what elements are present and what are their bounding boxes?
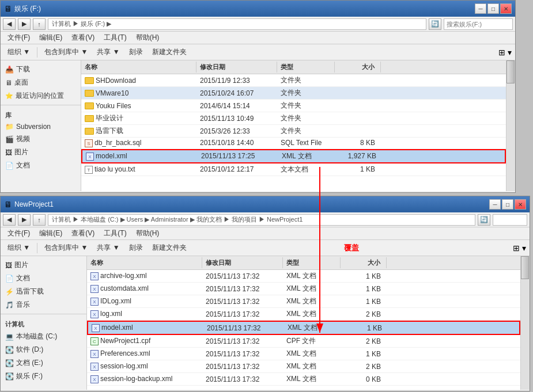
sidebar-item-desktop-1[interactable]: 🖥 桌面 [1,76,81,89]
toolbar-2: 组织 ▼ 包含到库中 ▼ 共享 ▼ 刻录 新建文件夹 覆盖 ⊞ ▾ [1,240,530,256]
table-row[interactable]: Xarchive-log.xml2015/11/13 17:32XML 文档1 … [87,270,520,283]
up-btn-1[interactable]: ↑ [33,18,46,30]
file-type-cell: XML 文档 [283,348,341,359]
file-name-cell: Xsession-log-backup.xml [87,374,202,384]
titlebar-1: 🖥 娱乐 (F:) ─ □ ✕ [1,1,515,17]
up-btn-2[interactable]: ↑ [33,214,46,226]
sidebar-item-download-1[interactable]: 📥 下载 [1,63,81,76]
table-row[interactable]: CNewProject1.cpf2015/11/13 17:32CPF 文件2 … [87,335,520,348]
minimize-button-2[interactable]: ─ [489,199,501,210]
menu-view-1[interactable]: 查看(V) [68,32,98,44]
col-name-header-1: 名称 [81,62,196,73]
forward-btn-1[interactable]: ▶ [18,18,31,30]
address-input-2[interactable]: 计算机 ▶ 本地磁盘 (C:) ▶ Users ▶ Administrator … [48,214,475,226]
library-btn-1[interactable]: 包含到库中 ▼ [41,46,91,58]
address-input-1[interactable]: 计算机 ▶ 娱乐 (F:) ▶ [48,18,426,30]
table-row[interactable]: Xmodel.xml2015/11/13 17:32XML 文档1 KB [87,321,520,335]
sidebar-item-docs-2[interactable]: 📄 文档 [1,272,86,285]
file-type-cell: 文件夹 [277,100,335,111]
sidebar-item-picture-1[interactable]: 🖼 图片 [1,146,81,159]
table-row[interactable]: Xcustomdata.xml2015/11/13 17:32XML 文档1 K… [87,283,520,295]
sidebar-2: 🖼 图片 📄 文档 ⚡ 迅雷下载 🎵 音乐 计算机 💻 本地磁盘 (C:) [1,256,87,390]
close-button-2[interactable]: ✕ [515,199,526,210]
sidebar-item-drive-f[interactable]: 💽 娱乐 (F:) [1,370,86,383]
menubar-2: 文件(F) 编辑(E) 查看(V) 工具(T) 帮助(H) [1,227,530,240]
sidebar-item-subversion-1[interactable]: 📁 Subversion [1,121,81,132]
burn-btn-2[interactable]: 刻录 [126,242,146,254]
table-row[interactable]: Youku Files2014/6/14 15:14文件夹 [81,100,506,112]
file-date-cell: 2015/11/13 17:32 [202,375,283,384]
menu-file-2[interactable]: 文件(F) [4,227,33,239]
sidebar-item-picture-2[interactable]: 🖼 图片 [1,258,86,272]
table-row[interactable]: Ttiao lu you.txt2015/10/12 12:17文本文档1 KB [81,163,506,176]
forward-btn-2[interactable]: ▶ [18,214,31,226]
menu-edit-1[interactable]: 编辑(E) [36,32,66,44]
table-row[interactable]: Xsession-log.xml2015/11/13 17:32XML 文档2 … [87,360,520,373]
share-btn-2[interactable]: 共享 ▼ [93,242,123,254]
menu-file-1[interactable]: 文件(F) [4,32,33,44]
back-btn-2[interactable]: ◀ [3,214,16,226]
newfolder-btn-2[interactable]: 新建文件夹 [149,242,190,254]
view-toggle-1[interactable]: ⊞ ▾ [498,48,512,57]
close-button-1[interactable]: ✕ [500,3,512,14]
sidebar-item-drive-c[interactable]: 💻 本地磁盘 (C:) [1,330,86,343]
scrollbar-thumb-1[interactable] [506,60,515,83]
share-btn-1[interactable]: 共享 ▼ [93,46,123,58]
scrollbar-thumb-2[interactable] [521,256,529,279]
sidebar-item-video-1[interactable]: 🎬 视频 [1,132,81,146]
table-row[interactable]: Xmodel.xml2015/11/13 17:25XML 文档1,927 KB [81,149,506,163]
file-type-cell: XML 文档 [283,283,341,294]
table-row[interactable]: Xsession-log-backup.xml2015/11/13 17:32X… [87,373,520,386]
file-size-cell: 2 KB [341,362,387,371]
sidebar-item-music-2[interactable]: 🎵 音乐 [1,298,86,311]
scrollbar-2[interactable] [520,256,530,390]
sidebar-item-docs-1[interactable]: 📄 文档 [1,159,81,172]
menu-tools-2[interactable]: 工具(T) [100,227,130,239]
file-name-cell: Xmodel.xml [88,323,203,333]
window-controls-1: ─ □ ✕ [475,3,512,14]
search-input-2[interactable] [493,214,527,226]
table-row[interactable]: VMware102015/10/24 16:07文件夹 [81,87,506,100]
file-size-cell [335,118,381,119]
menu-edit-2[interactable]: 编辑(E) [36,227,66,239]
menu-help-2[interactable]: 帮助(H) [133,227,163,239]
scrollbar-1[interactable] [506,60,515,191]
file-size-cell: 2 KB [341,310,387,319]
menu-view-2[interactable]: 查看(V) [68,227,98,239]
organize-btn-2[interactable]: 组织 ▼ [4,242,33,254]
organize-btn-1[interactable]: 组织 ▼ [4,46,33,58]
menu-tools-1[interactable]: 工具(T) [100,32,130,44]
table-row[interactable]: 毕业设计2015/11/13 10:49文件夹 [81,112,506,125]
search-input-1[interactable] [444,18,513,30]
table-row[interactable]: Sdb_hr_back.sql2015/10/18 14:40SQL Text … [81,138,506,149]
maximize-button-2[interactable]: □ [502,199,513,210]
file-date-cell: 2015/11/13 17:32 [202,272,283,281]
col-size-header-1: 大小 [335,62,381,73]
minimize-button-1[interactable]: ─ [475,3,486,14]
table-row[interactable]: Xlog.xml2015/11/13 17:32XML 文档2 KB [87,308,520,321]
maximize-button-1[interactable]: □ [487,3,499,14]
sidebar-item-drive-d[interactable]: 💽 软件 (D:) [1,343,86,356]
refresh-btn-2[interactable]: 🔄 [478,214,490,226]
file-type-cell: XML 文档 [283,271,341,281]
sidebar-item-xunlei-2[interactable]: ⚡ 迅雷下载 [1,285,86,298]
file-list-2: Xarchive-log.xml2015/11/13 17:32XML 文档1 … [87,270,520,390]
refresh-btn-1[interactable]: 🔄 [429,18,441,30]
back-btn-1[interactable]: ◀ [3,18,16,30]
table-row[interactable]: 迅雷下载2015/3/26 12:33文件夹 [81,125,506,138]
table-row[interactable]: XIDLog.xml2015/11/13 17:32XML 文档1 KB [87,295,520,308]
file-size-cell: 1 KB [342,324,388,333]
file-type-cell: CPF 文件 [283,336,341,347]
menu-help-1[interactable]: 帮助(H) [133,32,163,44]
sidebar-item-recent-1[interactable]: ⭐ 最近访问的位置 [1,89,81,102]
view-toggle-2[interactable]: ⊞ ▾ [513,243,526,253]
table-row[interactable]: SHDownload2015/11/9 12:33文件夹 [81,74,506,87]
sidebar-item-drive-e[interactable]: 💽 文档 (E:) [1,356,86,370]
file-size-cell [335,93,381,94]
burn-btn-1[interactable]: 刻录 [126,46,146,58]
file-type-cell: 文件夹 [277,87,335,98]
file-date-cell: 2015/11/13 10:49 [196,114,277,123]
table-row[interactable]: XPreferences.xml2015/11/13 17:32XML 文档1 … [87,348,520,360]
newfolder-btn-1[interactable]: 新建文件夹 [149,46,190,58]
library-btn-2[interactable]: 包含到库中 ▼ [41,242,91,254]
